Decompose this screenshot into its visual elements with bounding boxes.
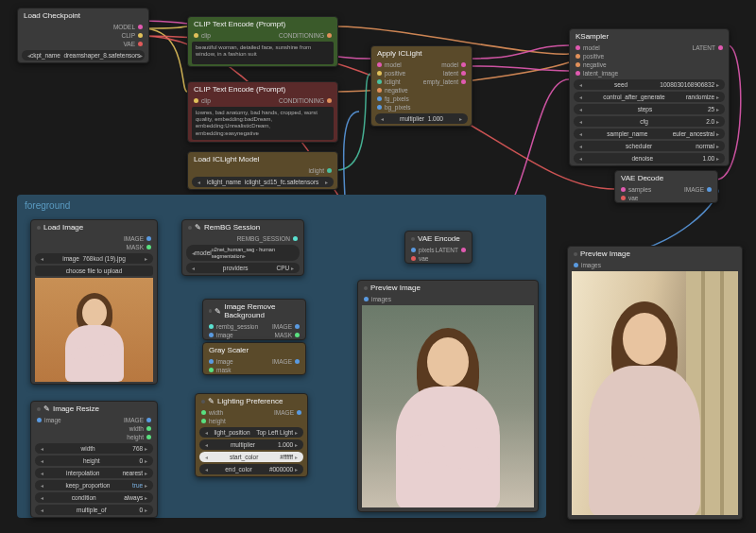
image-widget[interactable]: ◂image 768kod (19).jpg▸ (35, 253, 153, 264)
height-widget[interactable]: ◂height0 ▸ (35, 456, 153, 466)
preview-image-canvas (362, 305, 534, 507)
start-color-widget[interactable]: ◂start_color#ffffff ▸ (199, 452, 303, 462)
end-color-widget[interactable]: ◂end_color#000000 ▸ (199, 464, 303, 474)
group-label: foreground (23, 198, 541, 213)
scheduler-widget[interactable]: ◂schedulernormal ▸ (574, 141, 725, 151)
node-title: ✎ Image Resize (31, 402, 157, 416)
lp-mult-widget[interactable]: ◂multiplier1.000 ▸ (199, 439, 303, 450)
node-load-checkpoint[interactable]: Load Checkpoint MODEL CLIP VAE ◂ckpt_nam… (17, 8, 149, 63)
cfg-widget[interactable]: ◂cfg2.0 ▸ (574, 116, 725, 127)
multipleof-widget[interactable]: ◂multiple_of0 ▸ (35, 505, 153, 515)
node-preview-image-fg[interactable]: Preview Image images (357, 280, 539, 512)
prompt-text[interactable]: lowres, bad anatomy, bad hands, cropped,… (192, 107, 334, 140)
upload-button[interactable]: choose file to upload (35, 266, 153, 276)
node-image-resize[interactable]: ✎ Image Resize imageIMAGE width height ◂… (30, 401, 158, 518)
node-title: VAE Encode (405, 232, 472, 246)
node-preview-image-output[interactable]: Preview Image images (567, 246, 743, 520)
node-ksampler[interactable]: KSampler modelLATENT positive negative l… (569, 28, 730, 166)
node-title: ✎ Lighting Preference (196, 394, 307, 408)
node-vae-encode[interactable]: VAE Encode pixelsLATENT vae (404, 231, 472, 264)
sampler-widget[interactable]: ◂sampler_nameeuler_ancestral ▸ (574, 129, 725, 139)
node-clip-encode-positive[interactable]: CLIP Text Encode (Prompt) clipCONDITIONI… (187, 16, 338, 67)
node-rembg-session[interactable]: ✎ RemBG Session REMBG_SESSION ◂modelu2ne… (181, 219, 304, 276)
light-pos-widget[interactable]: ◂light_positionTop Left Light ▸ (199, 427, 303, 438)
node-title: CLIP Text Encode (Prompt) (188, 82, 337, 96)
node-image-remove-bg[interactable]: ✎ Image Remove Background rembg_sessionI… (202, 299, 306, 340)
node-vae-decode[interactable]: VAE Decode samplesIMAGE vae (614, 170, 718, 203)
iclight-name-widget[interactable]: ◂iclight_name iclight_sd15_fc.safetensor… (192, 177, 334, 187)
model-widget[interactable]: ◂modelu2net_human_seg - human segmentati… (186, 245, 300, 261)
node-title: Gray Scaler (203, 343, 305, 357)
width-widget[interactable]: ◂width768 ▸ (35, 443, 153, 454)
node-clip-encode-negative[interactable]: CLIP Text Encode (Prompt) clipCONDITIONI… (187, 81, 338, 143)
node-title: ✎ Image Remove Background (203, 300, 305, 322)
node-title: Load ICLight Model (188, 152, 337, 166)
keepprop-widget[interactable]: ◂keep_proportiontrue ▸ (35, 480, 153, 490)
node-apply-iclight[interactable]: Apply ICLight modelmodel positivelatent … (370, 45, 472, 127)
node-title: VAE Decode (615, 171, 717, 185)
node-lighting-preference[interactable]: ✎ Lighting Preference widthIMAGE height … (195, 393, 308, 477)
control-widget[interactable]: ◂control_after_generaterandomize ▸ (574, 92, 725, 102)
node-title: Preview Image (568, 247, 742, 261)
node-title: Preview Image (358, 281, 538, 295)
multiplier-widget[interactable]: ◂multiplier 1.000▸ (375, 113, 468, 124)
preview-image-canvas (572, 271, 738, 515)
node-load-iclight[interactable]: Load ICLight Model iclight ◂iclight_name… (187, 151, 338, 190)
input-image-preview (35, 278, 153, 382)
node-gray-scaler[interactable]: Gray Scaler imageIMAGE mask (202, 342, 306, 375)
ckpt-name-widget[interactable]: ◂ckpt_name dreamshaper_8.safetensors▸ (22, 50, 145, 60)
node-title: KSampler (570, 29, 729, 43)
node-load-image[interactable]: Load Image IMAGE MASK ◂image 768kod (19)… (30, 219, 158, 385)
providers-widget[interactable]: ◂providersCPU ▸ (186, 263, 300, 273)
condition-widget[interactable]: ◂conditionalways ▸ (35, 492, 153, 503)
seed-widget[interactable]: ◂seed1008030168906832 ▸ (574, 79, 725, 90)
denoise-widget[interactable]: ◂denoise1.00 ▸ (574, 153, 725, 163)
node-title: ✎ RemBG Session (182, 220, 303, 234)
interp-widget[interactable]: ◂interpolationnearest ▸ (35, 468, 153, 478)
steps-widget[interactable]: ◂steps25 ▸ (574, 104, 725, 114)
prompt-text[interactable]: beautiful woman, detailed face, sunshine… (192, 42, 334, 64)
node-title: CLIP Text Encode (Prompt) (188, 17, 337, 31)
node-title: Load Image (31, 220, 157, 234)
node-title: Load Checkpoint (18, 9, 148, 23)
node-title: Apply ICLight (371, 46, 472, 60)
